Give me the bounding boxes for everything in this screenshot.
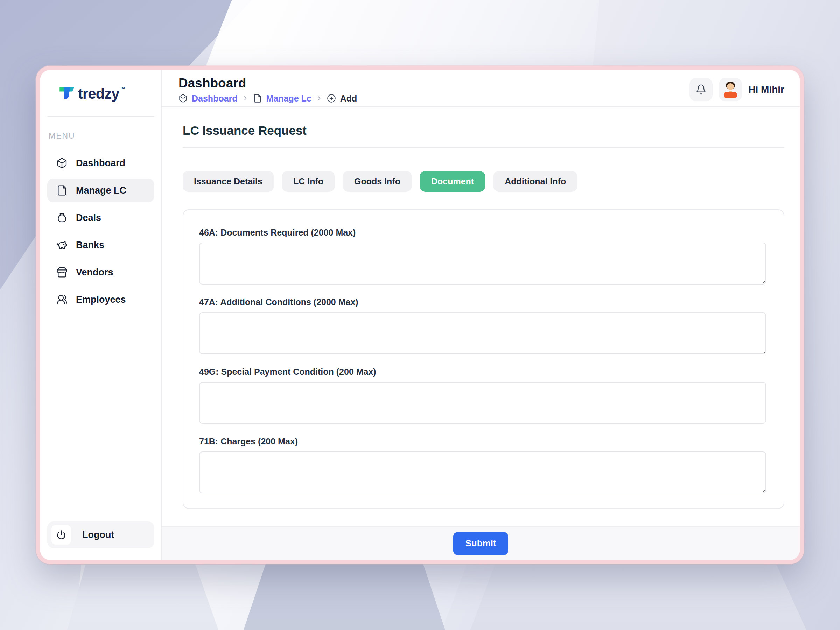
sidebar-item-deals[interactable]: Deals [47,206,154,230]
avatar [723,82,738,98]
sidebar-item-label: Vendors [76,267,114,278]
chevron-right-icon [316,95,323,102]
money-bag-icon [56,212,68,223]
header-title: Dashboard [178,76,357,91]
cube-icon [178,94,188,103]
chevron-right-icon [242,95,249,102]
tab-document[interactable]: Document [420,171,485,192]
sidebar-item-vendors[interactable]: Vendors [47,261,154,284]
sidebar-item-dashboard[interactable]: Dashboard [47,151,154,175]
breadcrumb-link-dashboard[interactable]: Dashboard [192,93,238,104]
brand-name: tredzy [78,85,119,102]
header: Dashboard Dashboard Manage Lc [162,70,800,107]
field-label-71b: 71B: Charges (200 Max) [199,436,766,447]
sidebar: tredzy ™ MENU Dashboard Manage LC [40,70,162,560]
logout-label: Logout [82,529,114,540]
sidebar-nav: Dashboard Manage LC Deals Banks [47,151,154,311]
bell-icon [695,84,707,95]
notifications-button[interactable] [690,78,713,101]
sidebar-item-banks[interactable]: Banks [47,233,154,257]
storefront-icon [56,267,68,278]
field-label-47a: 47A: Additional Conditions (2000 Max) [199,297,766,307]
tab-lc-info[interactable]: LC Info [282,171,335,192]
user-avatar[interactable] [719,78,742,101]
power-icon [51,525,71,545]
sidebar-item-employees[interactable]: Employees [47,288,154,311]
page-title: LC Issuance Request [183,123,784,137]
cube-icon [56,158,68,169]
field-label-49g: 49G: Special Payment Condition (200 Max) [199,367,766,377]
sidebar-item-manage-lc[interactable]: Manage LC [47,178,154,202]
sidebar-item-label: Employees [76,294,126,305]
submit-button[interactable]: Submit [453,532,508,555]
textarea-47a-additional-conditions[interactable] [199,312,766,354]
brand-trademark: ™ [120,85,125,92]
breadcrumb-link-manage-lc[interactable]: Manage Lc [266,93,311,104]
field-group: 46A: Documents Required (2000 Max) [199,227,766,286]
piggy-bank-icon [56,239,68,251]
breadcrumb-add: Add [340,93,357,104]
tab-bar: Issuance Details LC Info Goods Info Docu… [183,171,784,192]
tab-additional-info[interactable]: Additional Info [494,171,577,192]
field-group: 71B: Charges (200 Max) [199,436,766,495]
breadcrumb: Dashboard Manage Lc Add [178,93,357,104]
file-icon [56,185,68,196]
content-area: LC Issuance Request Issuance Details LC … [162,107,800,526]
sidebar-item-label: Deals [76,212,101,223]
users-icon [56,294,68,305]
app-window: tredzy ™ MENU Dashboard Manage LC [36,66,804,564]
sidebar-divider [47,116,154,117]
footer: Submit [162,526,800,560]
form-card: 46A: Documents Required (2000 Max) 47A: … [183,209,784,509]
sidebar-item-label: Dashboard [76,158,125,169]
field-label-46a: 46A: Documents Required (2000 Max) [199,227,766,238]
user-greeting: Hi Mihir [748,84,784,95]
sidebar-item-label: Banks [76,240,104,251]
textarea-46a-documents-required[interactable] [199,243,766,284]
field-group: 47A: Additional Conditions (2000 Max) [199,297,766,355]
file-icon [253,94,262,103]
textarea-71b-charges[interactable] [199,452,766,494]
textarea-49g-special-payment-condition[interactable] [199,382,766,424]
field-group: 49G: Special Payment Condition (200 Max) [199,367,766,425]
tredzy-logo-icon [58,85,75,102]
brand-logo[interactable]: tredzy ™ [58,85,154,102]
sidebar-item-label: Manage LC [76,185,126,196]
logout-button[interactable]: Logout [47,521,154,548]
divider [183,147,784,148]
plus-circle-icon [327,94,336,103]
tab-goods-info[interactable]: Goods Info [343,171,412,192]
menu-section-label: MENU [49,131,154,141]
tab-issuance-details[interactable]: Issuance Details [183,171,274,192]
